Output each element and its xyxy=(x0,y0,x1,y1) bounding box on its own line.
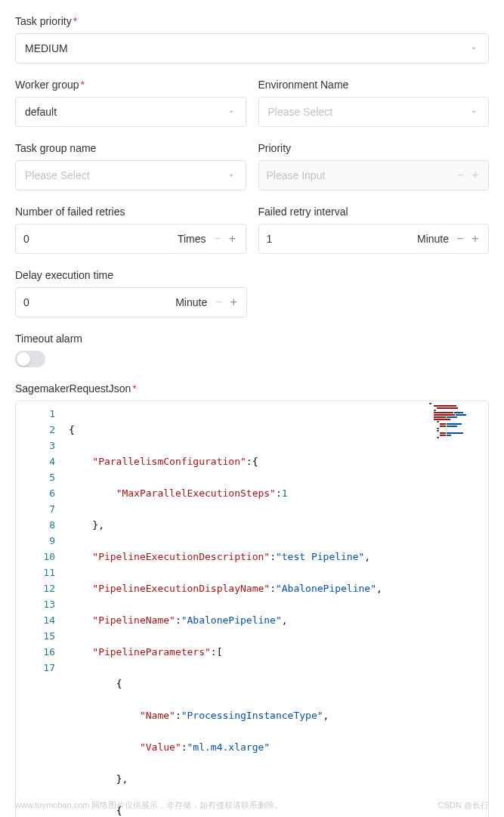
chevron-down-icon xyxy=(468,43,479,54)
priority-field[interactable] xyxy=(267,169,456,181)
plus-icon[interactable]: + xyxy=(227,232,238,246)
delay-execution-field[interactable] xyxy=(23,296,169,308)
task-priority-select[interactable]: MEDIUM xyxy=(15,33,489,63)
timeout-alarm-label: Timeout alarm xyxy=(15,333,489,345)
task-group-name-label: Task group name xyxy=(15,142,246,154)
retry-interval-field[interactable] xyxy=(267,233,411,245)
worker-group-label: Worker group* xyxy=(15,79,246,91)
worker-group-select[interactable]: default xyxy=(15,97,246,127)
footer-text: www.toymoban.com 网络图片仅供展示，非存储，如有侵权请联系删除。 xyxy=(15,800,283,811)
chevron-down-icon xyxy=(226,170,237,181)
code-gutter: 1234567891011121314151617 xyxy=(16,401,69,817)
retry-interval-label: Failed retry interval xyxy=(258,206,490,218)
minus-icon[interactable]: − xyxy=(455,232,465,246)
chevron-down-icon xyxy=(226,107,237,117)
delay-execution-input[interactable]: Minute − + xyxy=(15,287,247,317)
times-unit: Times xyxy=(178,233,206,245)
failed-retries-input[interactable]: Times − + xyxy=(15,224,246,254)
minus-icon[interactable]: − xyxy=(212,232,223,246)
code-minimap[interactable] xyxy=(428,401,488,454)
environment-name-label: Environment Name xyxy=(258,79,490,91)
worker-group-value: default xyxy=(25,106,226,118)
timeout-alarm-switch[interactable] xyxy=(15,351,45,367)
minus-icon: − xyxy=(455,169,465,182)
minute-unit: Minute xyxy=(417,233,449,245)
minus-icon[interactable]: − xyxy=(213,296,224,309)
chevron-down-icon xyxy=(468,107,479,117)
environment-placeholder: Please Select xyxy=(268,106,469,118)
failed-retries-field[interactable] xyxy=(23,233,172,245)
minute-unit: Minute xyxy=(175,296,207,308)
sagemaker-json-label: SagemakerRequestJson* xyxy=(15,382,489,395)
task-priority-value: MEDIUM xyxy=(25,42,468,54)
failed-retries-label: Number of failed retries xyxy=(15,206,246,218)
plus-icon: + xyxy=(470,169,481,182)
task-group-placeholder: Please Select xyxy=(25,169,226,181)
priority-input[interactable]: − + xyxy=(258,160,490,190)
watermark: CSDN @长行 xyxy=(438,800,489,811)
task-group-name-select[interactable]: Please Select xyxy=(15,160,246,190)
environment-name-select[interactable]: Please Select xyxy=(258,97,490,127)
priority-label: Priority xyxy=(258,142,490,154)
delay-execution-label: Delay execution time xyxy=(15,269,247,281)
plus-icon[interactable]: + xyxy=(470,232,481,246)
task-priority-label: Task priority* xyxy=(15,15,489,27)
plus-icon[interactable]: + xyxy=(228,296,239,309)
code-editor[interactable]: 1234567891011121314151617 { "Parallelism… xyxy=(15,401,489,817)
retry-interval-input[interactable]: Minute − + xyxy=(258,224,490,254)
code-content[interactable]: { "ParallelismConfiguration":{ "MaxParal… xyxy=(69,401,488,817)
